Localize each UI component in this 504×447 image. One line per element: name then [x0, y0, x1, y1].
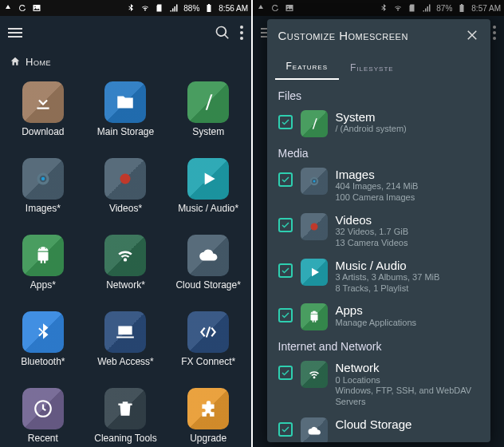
- clock-text: 8:56 AM: [219, 4, 248, 13]
- customize-dialog: Customize Homescreen FeaturesFilesyste F…: [267, 19, 490, 442]
- tab-bar: FeaturesFilesyste: [267, 51, 490, 80]
- row-subtitle: 404 Images, 214 MiB100 Camera Images: [336, 181, 479, 204]
- feature-list: Files System / (Android system) Media Im…: [267, 80, 490, 442]
- fx-connect-icon: [187, 311, 229, 353]
- home-icon: [10, 56, 21, 67]
- tile-label: System: [192, 126, 224, 137]
- right-screen: 87% 8:57 AM Customize Homescreen Feature…: [253, 0, 504, 447]
- row-title: System: [336, 110, 479, 124]
- checkbox[interactable]: [278, 218, 293, 232]
- row-cloud[interactable]: Cloud Storage: [270, 413, 487, 442]
- battery-pct: 88%: [183, 4, 199, 13]
- menu-button[interactable]: [8, 28, 22, 38]
- main-storage-icon: [104, 81, 146, 123]
- row-title: Apps: [336, 303, 479, 317]
- tile-images[interactable]: Images*: [3, 153, 83, 227]
- close-button[interactable]: [465, 28, 479, 42]
- tile-web-access[interactable]: Web Access*: [86, 307, 166, 380]
- tile-recent[interactable]: Recent: [3, 383, 83, 447]
- status-bar: 88% 8:56 AM: [0, 0, 251, 16]
- tile-label: Music / Audio*: [178, 203, 238, 214]
- music-icon: [187, 158, 229, 200]
- tile-label: Recent: [28, 433, 58, 444]
- apps-icon: [22, 235, 64, 276]
- sd-icon: [155, 3, 164, 13]
- videos-icon: [104, 158, 146, 200]
- system-icon: [187, 81, 229, 123]
- web-access-icon: [104, 311, 146, 353]
- dialog-overlay[interactable]: Customize Homescreen FeaturesFilesyste F…: [253, 0, 504, 447]
- tile-label: Cleaning Tools: [94, 433, 157, 444]
- breadcrumb-label: Home: [26, 56, 51, 68]
- cloud-icon: [301, 417, 328, 442]
- row-title: Music / Audio: [336, 259, 479, 272]
- tile-label: Cloud Storage*: [175, 279, 240, 291]
- row-subtitle: / (Android system): [336, 124, 479, 135]
- tile-music[interactable]: Music / Audio*: [168, 153, 248, 227]
- tile-label: Download: [22, 126, 64, 137]
- section-media: Media: [270, 142, 487, 163]
- row-title: Network: [336, 361, 479, 374]
- picture-icon: [32, 3, 41, 13]
- bluetooth-icon: [22, 311, 64, 353]
- upgrade-icon: [187, 388, 229, 429]
- signal-icon: [169, 3, 179, 13]
- tile-label: Network*: [106, 279, 145, 291]
- section-files: Files: [270, 85, 487, 105]
- row-subtitle: 3 Artists, 3 Albums, 37 MiB8 Tracks, 1 P…: [336, 272, 479, 295]
- tile-download[interactable]: Download: [3, 77, 83, 150]
- tile-upgrade[interactable]: Upgrade: [168, 383, 248, 447]
- row-network[interactable]: Network 0 LocationsWindows, FTP, SSH, an…: [270, 356, 487, 413]
- tile-main-storage[interactable]: Main Storage: [86, 77, 166, 150]
- cleaning-icon: [104, 388, 146, 429]
- toolbar: [0, 16, 251, 49]
- row-videos[interactable]: Videos 32 Videos, 1.7 GiB13 Camera Video…: [270, 208, 487, 254]
- checkbox[interactable]: [278, 308, 293, 322]
- search-button[interactable]: [215, 25, 230, 41]
- row-system[interactable]: System / (Android system): [270, 105, 487, 142]
- checkbox[interactable]: [278, 422, 293, 437]
- home-grid: Download Main Storage System Images* Vid…: [0, 73, 251, 447]
- images-icon: [301, 168, 328, 195]
- battery-icon: [204, 3, 214, 13]
- dialog-title: Customize Homescreen: [278, 29, 408, 42]
- row-apps[interactable]: Apps Manage Applications: [270, 299, 487, 335]
- network-icon: [301, 361, 328, 388]
- left-screen: 88% 8:56 AM Home Download Main Storage S…: [0, 0, 251, 447]
- row-subtitle: Manage Applications: [336, 318, 479, 329]
- tile-label: Upgrade: [190, 433, 226, 444]
- row-subtitle: 0 LocationsWindows, FTP, SSH, and WebDAV…: [336, 375, 479, 408]
- cloud-icon: [187, 235, 229, 276]
- section-internet-and-network: Internet and Network: [270, 335, 487, 356]
- tile-network[interactable]: Network*: [86, 230, 166, 303]
- tile-label: Bluetooth*: [21, 356, 65, 367]
- row-title: Cloud Storage: [336, 417, 479, 431]
- checkbox[interactable]: [278, 115, 293, 129]
- sync-icon: [18, 3, 27, 13]
- checkbox[interactable]: [278, 263, 293, 278]
- checkbox[interactable]: [278, 366, 293, 380]
- system-icon: [301, 110, 328, 137]
- row-music[interactable]: Music / Audio 3 Artists, 3 Albums, 37 Mi…: [270, 254, 487, 299]
- videos-icon: [301, 213, 328, 240]
- tile-fx-connect[interactable]: FX Connect*: [168, 307, 248, 380]
- tile-cloud[interactable]: Cloud Storage*: [168, 230, 248, 303]
- wifi-icon: [140, 3, 150, 13]
- music-icon: [301, 259, 328, 286]
- tab-features[interactable]: Features: [275, 54, 340, 80]
- breadcrumb[interactable]: Home: [0, 49, 251, 73]
- tile-label: FX Connect*: [181, 356, 235, 367]
- row-title: Videos: [336, 213, 479, 227]
- tile-bluetooth[interactable]: Bluetooth*: [3, 307, 83, 380]
- row-images[interactable]: Images 404 Images, 214 MiB100 Camera Ima…: [270, 163, 487, 208]
- images-icon: [22, 158, 64, 200]
- overflow-button[interactable]: [240, 26, 243, 40]
- recent-icon: [22, 388, 64, 429]
- checkbox[interactable]: [278, 172, 293, 187]
- tile-videos[interactable]: Videos*: [86, 153, 166, 227]
- tile-system[interactable]: System: [168, 77, 248, 150]
- tab-filesyste[interactable]: Filesyste: [339, 56, 405, 80]
- tile-cleaning[interactable]: Cleaning Tools: [86, 383, 166, 447]
- tile-apps[interactable]: Apps*: [3, 230, 83, 303]
- upload-icon: [3, 3, 13, 13]
